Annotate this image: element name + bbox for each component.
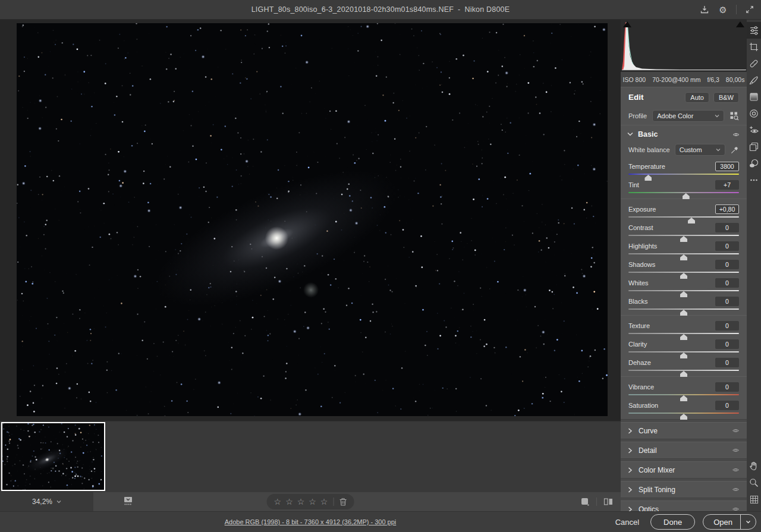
section-eye-icon[interactable] xyxy=(732,467,740,473)
slider-value[interactable]: 3800 xyxy=(715,162,739,171)
workflow-options-link[interactable]: Adobe RGB (1998) - 8 bit - 7360 x 4912 (… xyxy=(0,518,621,525)
highlight-clipping-icon[interactable] xyxy=(736,21,744,27)
slider-value[interactable]: 0 xyxy=(715,321,739,330)
slider-track[interactable] xyxy=(628,253,739,254)
brush-tool-icon[interactable] xyxy=(747,72,761,89)
slider-thumb[interactable] xyxy=(680,310,687,316)
single-view-icon[interactable] xyxy=(580,497,590,506)
slider-track[interactable] xyxy=(628,351,739,352)
before-after-view-icon[interactable] xyxy=(603,497,614,506)
filmstrip-toggle-icon[interactable] xyxy=(124,496,134,506)
open-options-chevron[interactable] xyxy=(740,515,756,529)
crop-tool-icon[interactable] xyxy=(747,39,761,55)
histogram[interactable] xyxy=(621,20,747,72)
slider-value[interactable]: 0 xyxy=(715,297,739,306)
slider-thumb[interactable] xyxy=(644,175,652,181)
bw-button[interactable]: B&W xyxy=(713,92,739,103)
browse-profiles-icon[interactable] xyxy=(729,111,739,121)
fullscreen-icon[interactable] xyxy=(744,4,755,15)
more-tool-icon[interactable] xyxy=(747,172,761,188)
gradient-filter-tool-icon[interactable] xyxy=(747,89,761,105)
slider-thumb[interactable] xyxy=(680,254,687,260)
slider-thumb[interactable] xyxy=(688,218,695,223)
basic-visibility-eye-icon[interactable] xyxy=(732,131,740,138)
zoom-level-dropdown[interactable]: 34,2% xyxy=(0,492,93,511)
healing-tool-icon[interactable] xyxy=(747,55,761,72)
slider-thumb[interactable] xyxy=(680,291,687,297)
zoom-tool-tool-icon[interactable] xyxy=(747,474,761,491)
open-button[interactable]: Open xyxy=(703,515,740,529)
section-eye-icon[interactable] xyxy=(732,447,740,454)
slider-track[interactable] xyxy=(628,235,739,236)
slider-thumb[interactable] xyxy=(680,395,687,401)
slider-track[interactable] xyxy=(628,370,739,371)
open-button-group: Open xyxy=(703,514,756,530)
slider-track[interactable] xyxy=(628,272,739,273)
section-split-toning[interactable]: Split Toning xyxy=(621,481,747,498)
slider-value[interactable]: 0 xyxy=(715,241,739,251)
star-3-icon[interactable]: ☆ xyxy=(297,498,305,506)
red-eye-tool-icon[interactable] xyxy=(747,122,761,138)
section-eye-icon[interactable] xyxy=(732,486,740,493)
grid-view-tool-icon[interactable] xyxy=(747,491,761,508)
slider-track[interactable] xyxy=(628,290,739,291)
star-4-icon[interactable]: ☆ xyxy=(309,498,316,506)
auto-button[interactable]: Auto xyxy=(685,92,709,103)
presets-tool-icon[interactable] xyxy=(747,138,761,155)
star-5-icon[interactable]: ☆ xyxy=(320,498,328,506)
edit-sliders-tool-icon[interactable] xyxy=(747,22,761,39)
profile-value: Adobe Color xyxy=(657,112,693,119)
slider-track[interactable] xyxy=(628,333,739,334)
cancel-button[interactable]: Cancel xyxy=(612,515,643,529)
slider-thumb[interactable] xyxy=(680,236,687,242)
star-2-icon[interactable]: ☆ xyxy=(285,498,293,506)
section-label: Detail xyxy=(639,446,726,455)
slider-value[interactable]: 0 xyxy=(715,260,739,269)
section-curve[interactable]: Curve xyxy=(621,423,747,439)
filmstrip-thumbnail-selected[interactable] xyxy=(1,422,105,491)
zoom-level-value: 34,2% xyxy=(32,498,52,506)
slider-track[interactable] xyxy=(628,216,739,218)
trash-icon[interactable] xyxy=(339,498,347,506)
section-color-mixer[interactable]: Color Mixer xyxy=(621,462,747,478)
profile-dropdown[interactable]: Adobe Color xyxy=(652,110,724,122)
slider-value[interactable]: 0 xyxy=(715,223,739,232)
slider-thumb[interactable] xyxy=(680,414,687,420)
section-optics[interactable]: Optics xyxy=(621,501,747,511)
slider-value[interactable]: +7 xyxy=(715,180,739,190)
slider-thumb[interactable] xyxy=(680,352,687,358)
chevron-down-icon xyxy=(716,148,721,152)
slider-thumb[interactable] xyxy=(680,334,687,340)
slider-track[interactable] xyxy=(628,309,739,310)
radial-filter-tool-icon[interactable] xyxy=(747,105,761,122)
histogram-plot xyxy=(621,20,747,72)
slider-shadows: Shadows 0 xyxy=(628,260,739,273)
section-eye-icon[interactable] xyxy=(732,506,740,511)
shadow-clipping-icon[interactable] xyxy=(623,21,631,27)
white-balance-dropdown[interactable]: Custom xyxy=(675,144,725,156)
section-eye-icon[interactable] xyxy=(732,427,740,434)
slider-thumb[interactable] xyxy=(680,273,687,279)
section-label: Split Toning xyxy=(639,486,726,494)
slider-track[interactable] xyxy=(628,174,739,175)
slider-value[interactable]: +0,80 xyxy=(715,204,739,214)
slider-value[interactable]: 0 xyxy=(715,401,739,410)
hand-tool-icon[interactable] xyxy=(747,458,761,474)
settings-gear-icon[interactable]: ⚙ xyxy=(718,4,728,15)
slider-value[interactable]: 0 xyxy=(715,278,739,288)
basic-section-header[interactable]: Basic xyxy=(621,125,747,143)
export-icon[interactable] xyxy=(699,4,710,15)
slider-value[interactable]: 0 xyxy=(715,358,739,367)
slider-value[interactable]: 0 xyxy=(715,382,739,392)
slider-track[interactable] xyxy=(628,394,739,395)
white-balance-eyedropper-icon[interactable] xyxy=(730,146,739,155)
slider-value[interactable]: 0 xyxy=(715,339,739,349)
slider-track[interactable] xyxy=(628,192,739,193)
snapshots-tool-icon[interactable] xyxy=(747,155,761,172)
done-button[interactable]: Done xyxy=(650,514,695,530)
slider-track[interactable] xyxy=(628,413,739,414)
slider-thumb[interactable] xyxy=(680,371,687,377)
star-1-icon[interactable]: ☆ xyxy=(274,498,282,506)
section-detail[interactable]: Detail xyxy=(621,442,747,458)
slider-thumb[interactable] xyxy=(683,193,690,199)
